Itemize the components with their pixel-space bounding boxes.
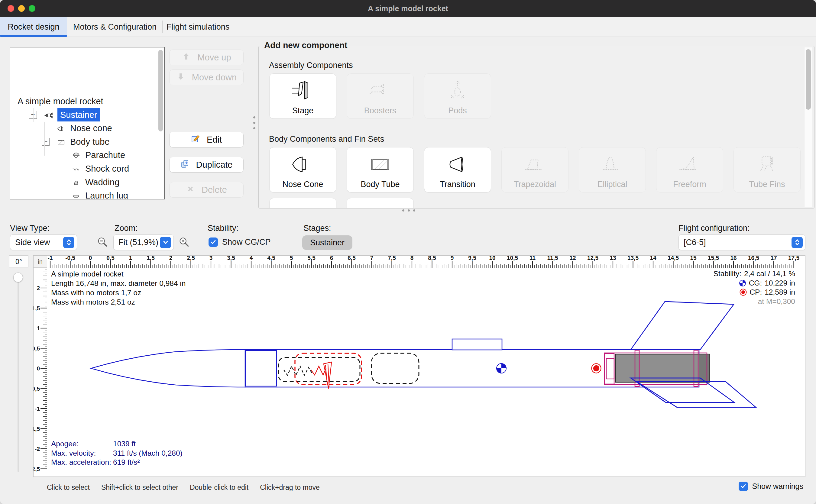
rotation-angle-box[interactable]: 0°: [9, 255, 28, 267]
button-label: Delete: [202, 185, 227, 195]
flight-configuration-select[interactable]: [C6-5]: [678, 234, 805, 250]
show-warnings-label: Show warnings: [752, 482, 803, 491]
section-label-body-components-and-fin-sets: Body Components and Fin Sets: [269, 134, 384, 144]
vertical-splitter-handle[interactable]: [253, 116, 255, 129]
tab-rocket-design[interactable]: Rocket design: [0, 17, 67, 37]
arrow-down-icon: [176, 72, 185, 83]
chevron-up-down-icon: [792, 237, 803, 248]
component-card-transition[interactable]: Transition: [424, 147, 491, 192]
rocket-mass-motors: Mass with motors 2,51 oz: [51, 297, 186, 307]
tree-item-launch-lug[interactable]: Launch lug: [10, 189, 165, 199]
toolbar-divider: [285, 225, 285, 251]
flight-figure-value: 311 ft/s (Mach 0,280): [113, 449, 183, 458]
freeform-icon: [656, 150, 723, 179]
mach-note: at M=0,300: [714, 297, 795, 306]
section-label-assembly-components: Assembly Components: [269, 61, 353, 70]
component-panel-scrollbar-track[interactable]: [804, 47, 812, 207]
move-down-button: Move down: [169, 69, 244, 85]
view-type-label: View Type:: [10, 224, 50, 233]
bodytube-icon: [54, 137, 68, 146]
rocket-icon: [42, 110, 55, 119]
tree-item-parachute[interactable]: Parachute: [10, 148, 165, 162]
card-label: Transition: [424, 180, 491, 189]
card-label: Nose Cone: [270, 180, 336, 189]
tree-item-label: Body tube: [70, 135, 110, 148]
collapse-icon[interactable]: −: [42, 138, 50, 146]
statusbar-hint: Shift+click to select other: [101, 483, 178, 492]
stability-info-block: Stability:2,4 cal / 14,1 % CG:10,229 in …: [714, 269, 795, 306]
show-warnings-control[interactable]: Show warnings: [739, 482, 803, 491]
rocket-name: A simple model rocket: [51, 269, 186, 279]
tree-item-label: Launch lug: [85, 189, 128, 199]
component-card-freeform: Freeform: [656, 147, 723, 192]
tree-item-body-tube[interactable]: −Body tube: [10, 135, 165, 148]
statusbar-hints: Click to selectShift+click to select oth…: [47, 483, 320, 492]
cp-label: CP:: [750, 288, 762, 297]
view-type-select[interactable]: Side view: [10, 234, 77, 250]
card-label: Freeform: [656, 180, 723, 189]
card-label: Body Tube: [347, 180, 413, 189]
fin-upper-shape[interactable]: [631, 302, 734, 350]
tab-separator: [162, 21, 163, 33]
tubefins-icon: [734, 150, 800, 179]
nosecone-icon: [270, 150, 336, 179]
tree-scrollbar[interactable]: [158, 50, 163, 131]
tree-guide-line: [33, 108, 34, 122]
rotation-slider-track[interactable]: [18, 273, 19, 472]
shockcord-icon: [70, 164, 83, 173]
duplicate-button[interactable]: Duplicate: [169, 157, 244, 173]
tab-flight-simulations[interactable]: Flight simulations: [165, 17, 231, 37]
rocket-mass-empty: Mass with no motors 1,7 oz: [51, 288, 186, 297]
zoom-select[interactable]: Fit (51,9%): [113, 234, 174, 250]
add-component-panel: Assembly ComponentsStageBoostersPodsBody…: [258, 46, 814, 208]
card-label: Elliptical: [579, 180, 646, 189]
component-card-body-tube[interactable]: Body Tube: [347, 147, 414, 192]
show-cgcp-control[interactable]: Show CG/CP: [209, 237, 271, 247]
horizontal-splitter-handle[interactable]: [402, 209, 415, 212]
zoom-out-button[interactable]: [96, 236, 109, 249]
flight-figure-label: Max. velocity:: [51, 449, 113, 458]
cp-icon: [740, 289, 747, 296]
zoom-in-button[interactable]: [178, 236, 190, 249]
rotation-slider-knob[interactable]: [13, 273, 23, 282]
bodytube-icon: [347, 150, 413, 179]
launch-lug-shape[interactable]: [452, 339, 502, 350]
nosecone-icon: [54, 124, 68, 133]
tree-item-root[interactable]: A simple model rocket: [18, 95, 103, 108]
card-label: Pods: [424, 106, 491, 115]
tree-item-label: Shock cord: [85, 162, 129, 175]
stability-value: 2,4 cal / 14,1 %: [744, 269, 795, 279]
move-up-button: Move up: [169, 50, 244, 65]
component-panel-scrollbar-thumb[interactable]: [806, 49, 811, 110]
flight-configuration-label: Flight configuration:: [678, 224, 750, 233]
show-cgcp-checkbox[interactable]: [209, 237, 218, 247]
rocket-length: Length 16,748 in, max. diameter 0,984 in: [51, 279, 186, 288]
component-card-stage[interactable]: Stage: [269, 73, 336, 119]
tree-item-nose-cone[interactable]: Nose cone: [10, 121, 165, 135]
transition-icon: [424, 150, 491, 179]
tree-item-wadding[interactable]: Wadding: [10, 176, 165, 189]
flight-figure-row: Max. velocity:311 ft/s (Mach 0,280): [51, 449, 183, 458]
cg-icon: [739, 279, 746, 287]
flight-configuration-value: [C6-5]: [684, 238, 706, 247]
add-component-panel-title: Add new component: [262, 40, 350, 50]
component-tree-panel: A simple model rocket−SustainerNose cone…: [10, 47, 165, 199]
tree-item-shock-cord[interactable]: Shock cord: [10, 162, 165, 175]
nose-cone-shape[interactable]: [91, 350, 245, 387]
tree-item-label: Nose cone: [70, 121, 112, 135]
card-label: Tube Fins: [734, 180, 800, 189]
flight-figure-value: 619 ft/s²: [113, 458, 140, 467]
elliptical-icon: [579, 150, 646, 179]
tab-motors-configuration[interactable]: Motors & Configuration: [70, 17, 160, 37]
show-warnings-checkbox[interactable]: [739, 482, 748, 491]
main-tab-bar: Rocket design Motors & Configuration Fli…: [0, 17, 816, 37]
stability-label: Stability:: [208, 224, 238, 233]
flight-figure-label: Max. acceleration:: [51, 458, 113, 467]
tree-guide-line: [44, 122, 45, 156]
component-card-nose-cone[interactable]: Nose Cone: [269, 147, 336, 192]
button-label: Move up: [197, 53, 231, 63]
stage-toggle-sustainer[interactable]: Sustainer: [302, 235, 352, 250]
rocket-drawing-canvas[interactable]: -1-0,500,511,522,533,544,555,566,577,588…: [33, 255, 805, 477]
stage-icon: [270, 76, 336, 105]
edit-button[interactable]: Edit: [169, 132, 244, 147]
